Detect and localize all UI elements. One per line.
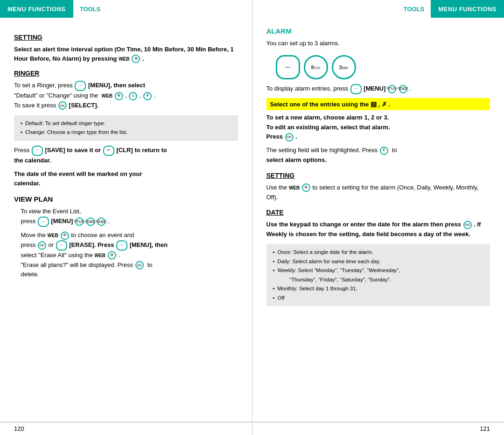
right-setting-text: Use the WEB ⚙ to select a setting for th… bbox=[266, 183, 490, 203]
book-icon: 📖 bbox=[129, 92, 137, 100]
alarm-title: ALARM bbox=[266, 27, 490, 35]
highlight-row: Select one of the entries using the ▤ , … bbox=[266, 98, 490, 110]
right-setting-title: SETTING bbox=[266, 172, 490, 179]
setting-paragraph: Select an alert time interval option (On… bbox=[14, 45, 238, 63]
date-item-2: Daily: Select alarm for same time each d… bbox=[273, 257, 484, 267]
right-footer: 121 bbox=[252, 422, 504, 435]
left-header: MENU FUNCTIONS TOOLS bbox=[0, 0, 252, 18]
viewplan-title: VIEW PLAN bbox=[14, 195, 238, 203]
viewplan-text1: To view the Event List, press ··· [MENU]… bbox=[14, 207, 238, 227]
alarm-3-circle: 3DEF bbox=[332, 55, 356, 79]
menu-btn-icon: ··· bbox=[75, 81, 86, 91]
left-tools-label: TOOLS bbox=[73, 0, 107, 18]
ringer-item-2: Change: Choose a ringer type from the li… bbox=[21, 128, 231, 137]
ok4-icon: OK bbox=[285, 133, 294, 141]
left-page: MENU FUNCTIONS TOOLS SETTING Select an a… bbox=[0, 0, 252, 435]
menu2-btn-icon: ··· bbox=[116, 240, 127, 251]
al-menu-btn: ··· bbox=[350, 84, 362, 94]
alarm-setting-field: The setting field will be highlighted. P… bbox=[266, 146, 490, 165]
date-gray-box: Once: Select a single date for the alarm… bbox=[266, 244, 490, 306]
date-text: Use the keypad to change or enter the da… bbox=[266, 220, 490, 239]
alarm-display-line: To display alarm entries, press ··· [MEN… bbox=[266, 84, 490, 94]
ringer-gray-box: Default: To set default ringer type. Cha… bbox=[14, 115, 238, 141]
vp-menu-btn: ··· bbox=[38, 217, 49, 227]
al-3-btn: 3DEF bbox=[399, 85, 407, 93]
right-header: TOOLS MENU FUNCTIONS bbox=[252, 0, 504, 18]
right-page-number: 121 bbox=[480, 425, 490, 432]
ringer-title: RINGER bbox=[14, 70, 238, 77]
left-menu-functions-badge: MENU FUNCTIONS bbox=[0, 0, 73, 18]
alarm-icons: ··· 8TUV 3DEF bbox=[276, 55, 490, 79]
alarm-subtitle: You can set up to 3 alarms. bbox=[266, 39, 490, 49]
left-content: SETTING Select an alert time interval op… bbox=[0, 27, 252, 422]
left-page-number: 120 bbox=[14, 425, 24, 432]
web-icon3: ⚙ bbox=[61, 232, 69, 240]
right-content: ALARM You can set up to 3 alarms. ··· 8T… bbox=[252, 27, 504, 422]
al-8-btn: 8TUV bbox=[388, 85, 396, 93]
ringer-text: To set a Ringer, press ··· [MENU], then … bbox=[14, 81, 238, 111]
left-footer: 120 bbox=[0, 422, 252, 435]
right-menu-functions-badge: MENU FUNCTIONS bbox=[431, 0, 504, 18]
ok2-icon: OK bbox=[38, 241, 46, 250]
save-btn-icon: ··· bbox=[32, 146, 43, 156]
save-text: Press ··· [SAVE] to save it or ↩ [CLR] t… bbox=[14, 146, 238, 166]
alarm-menu-circle: ··· bbox=[276, 55, 300, 79]
date-item-1: Once: Select a single date for the alarm… bbox=[273, 248, 484, 257]
x2-icon: ✗ bbox=[380, 147, 388, 155]
ok3-icon: OK bbox=[135, 261, 144, 269]
right-page: TOOLS MENU FUNCTIONS ALARM You can set u… bbox=[252, 0, 504, 435]
clr-btn-icon: ↩ bbox=[103, 146, 114, 156]
web-icon4: ⚙ bbox=[108, 251, 116, 260]
setting-title: SETTING bbox=[14, 34, 238, 41]
vp-2b-btn: 2ABC bbox=[97, 218, 105, 226]
date-event-text: The date of the event will be marked on … bbox=[14, 169, 238, 189]
date-item-3: Weekly: Select “Monday”, “Tuesday”, “Wed… bbox=[273, 266, 484, 284]
web-icon2: ⚙ bbox=[115, 92, 123, 100]
date-item-4: Monthly: Select day 1 through 31. bbox=[273, 284, 484, 294]
date-title: DATE bbox=[266, 209, 490, 216]
ok-icon: OK bbox=[58, 101, 67, 110]
web-icon: ⚙ bbox=[132, 55, 140, 63]
viewplan-text2: Move the WEB ⚙ to choose an event and pr… bbox=[14, 231, 238, 280]
date-item-5: Off bbox=[273, 294, 484, 303]
web-icon5: ⚙ bbox=[302, 183, 310, 192]
x-icon: ✗ bbox=[143, 92, 152, 100]
ringer-item-1: Default: To set default ringer type. bbox=[21, 119, 231, 128]
alarm-8-circle: 8TUV bbox=[304, 55, 328, 79]
ok5-icon: OK bbox=[463, 221, 472, 229]
erase-btn-icon: ··· bbox=[56, 240, 67, 251]
vp-2-btn: 2ABC bbox=[86, 218, 95, 226]
vp-8-btn: 8TUV bbox=[75, 218, 84, 226]
alarm-set-new: To set a new alarm, choose alarm 1, 2 or… bbox=[266, 113, 490, 142]
right-tools-label: TOOLS bbox=[397, 0, 431, 18]
